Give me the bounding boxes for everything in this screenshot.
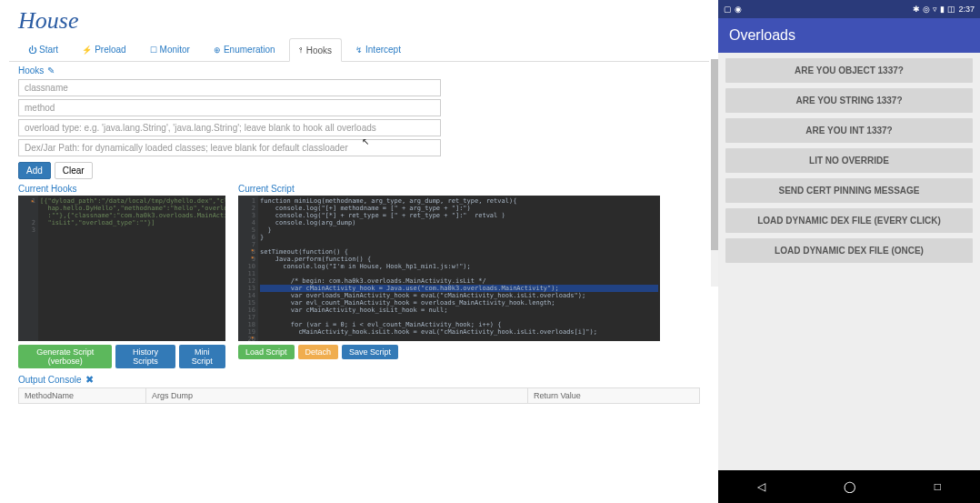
hooks-section-label: Hooks ✎ (9, 62, 709, 79)
tab-monitor[interactable]: ☐Monitor (140, 38, 200, 61)
generate-script-button[interactable]: Generate Script (verbose) (18, 345, 112, 368)
battery-icon: ◫ (947, 5, 955, 14)
app-icon: ▢ (724, 5, 732, 14)
string-1337-button[interactable]: ARE YOU STRING 1337? (725, 88, 973, 113)
col-methodname: MethodName (19, 388, 146, 403)
wifi-icon: ▿ (933, 5, 937, 14)
tab-start[interactable]: ⏻Start (18, 38, 68, 61)
lit-no-override-button[interactable]: LIT NO OVERRIDE (725, 148, 973, 173)
obj-1337-button[interactable]: ARE YOU OBJECT 1337? (725, 58, 973, 83)
clear-button[interactable]: Clear (55, 162, 93, 179)
tab-label: Enumeration (224, 45, 275, 55)
status-bar: ▢ ◉ ✱ ◎ ▿ ▮ ◫ 2:37 (718, 0, 980, 18)
tab-label: Preload (95, 45, 125, 55)
col-returnvalue: Return Value (528, 388, 699, 403)
close-icon[interactable]: ✖ (85, 374, 94, 386)
mini-script-button[interactable]: Mini Script (179, 345, 226, 368)
tab-intercept[interactable]: ↯Intercept (345, 38, 411, 61)
script-editor[interactable]: 1234567▸8▸910111213141516171819▸20212223… (238, 196, 660, 341)
save-script-button[interactable]: Save Script (342, 345, 398, 359)
notif-icon: ◉ (735, 5, 742, 14)
cert-pinning-button[interactable]: SEND CERT PINNING MESSAGE (725, 178, 973, 203)
current-script-title: Current Script (238, 182, 660, 196)
recents-icon[interactable]: □ (935, 480, 941, 493)
clock: 2:37 (958, 5, 975, 14)
edit-icon[interactable]: ✎ (47, 65, 55, 75)
monitor-icon: ☐ (150, 45, 157, 55)
output-console-label: Output Console ✖ (9, 368, 709, 387)
hook-icon: ⫯ (299, 45, 304, 55)
hooks-editor[interactable]: ▸1 23 [{"dyload_path":"/data/local/tmp/d… (18, 196, 225, 341)
app-title: House (9, 5, 709, 38)
tab-label: Hooks (306, 45, 332, 55)
output-table: MethodName Args Dump Return Value (18, 387, 700, 404)
sync-icon: ◎ (923, 5, 930, 14)
home-icon[interactable]: ◯ (844, 480, 855, 493)
classname-input[interactable] (18, 79, 441, 96)
nav-bar: ◁ ◯ □ (718, 470, 980, 503)
add-button[interactable]: Add (18, 162, 51, 179)
tab-hooks[interactable]: ⫯Hooks (289, 38, 342, 62)
load-dex-every-button[interactable]: LOAD DYNAMIC DEX FILE (EVERY CLICK) (725, 208, 973, 233)
phone-frame: ▢ ◉ ✱ ◎ ▿ ▮ ◫ 2:37 Overloads ARE YOU OBJ… (718, 0, 980, 503)
tab-enumeration[interactable]: ⊕Enumeration (204, 38, 285, 61)
load-script-button[interactable]: Load Script (238, 345, 295, 359)
dexpath-input[interactable] (18, 139, 441, 156)
app-bar-title: Overloads (718, 18, 980, 53)
tab-label: Start (39, 45, 58, 55)
phone-content: ARE YOU OBJECT 1337? ARE YOU STRING 1337… (718, 53, 980, 470)
main-tabs: ⏻Start ⚡Preload ☐Monitor ⊕Enumeration ⫯H… (9, 38, 709, 62)
detach-button[interactable]: Detach (298, 345, 339, 359)
scrollbar[interactable] (711, 59, 718, 287)
back-icon[interactable]: ◁ (757, 480, 765, 493)
signal-icon: ▮ (940, 5, 945, 14)
history-scripts-button[interactable]: History Scripts (115, 345, 175, 368)
method-input[interactable] (18, 99, 441, 116)
int-1337-button[interactable]: ARE YOU INT 1337? (725, 118, 973, 143)
scroll-thumb[interactable] (711, 59, 718, 250)
load-dex-once-button[interactable]: LOAD DYNAMIC DEX FILE (ONCE) (725, 238, 973, 263)
bolt-icon: ⚡ (82, 45, 92, 55)
target-icon: ⊕ (214, 45, 221, 55)
overload-input[interactable] (18, 119, 441, 136)
mouse-cursor-icon: ↖ (362, 136, 369, 146)
current-hooks-title: Current Hooks (18, 182, 225, 196)
power-icon: ⏻ (28, 45, 36, 55)
tab-label: Monitor (160, 45, 190, 55)
intercept-icon: ↯ (355, 45, 363, 55)
tab-preload[interactable]: ⚡Preload (72, 38, 135, 61)
bluetooth-icon: ✱ (913, 5, 920, 14)
col-argsdump: Args Dump (146, 388, 528, 403)
tab-label: Intercept (365, 45, 401, 55)
